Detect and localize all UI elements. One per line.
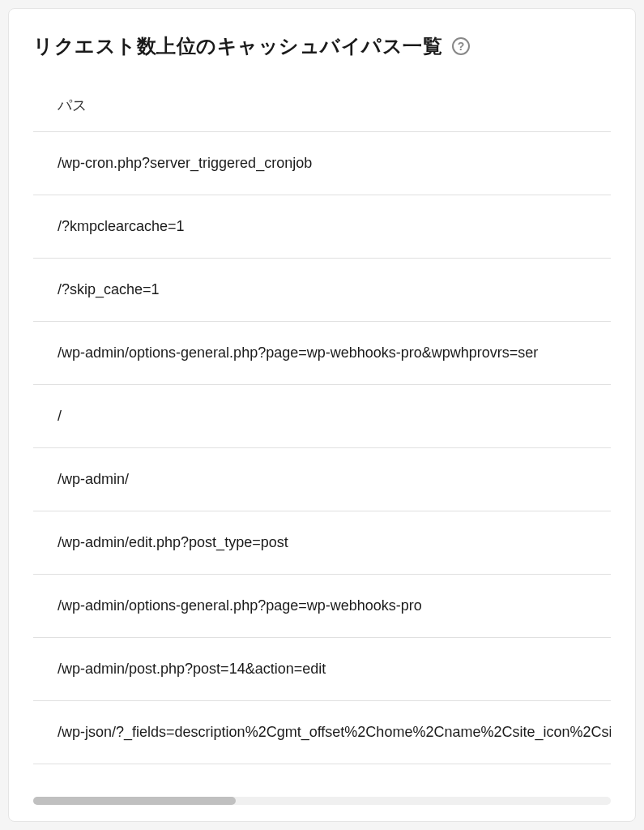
table-row: /wp-admin/edit.php?post_type=post (33, 511, 611, 575)
help-icon[interactable]: ? (452, 37, 470, 55)
table-row: /?skip_cache=1 (33, 259, 611, 322)
table-row: /?kmpclearcache=1 (33, 195, 611, 259)
scrollbar-thumb[interactable] (33, 797, 236, 805)
table-scroll-container[interactable]: パス /wp-cron.php?server_triggered_cronjob… (33, 79, 611, 785)
table-row: /wp-admin/ (33, 448, 611, 511)
table-row: /wp-admin/options-general.php?page=wp-we… (33, 575, 611, 638)
table-column-header-path: パス (33, 79, 611, 132)
table-inner: パス /wp-cron.php?server_triggered_cronjob… (33, 79, 611, 764)
table-row: /wp-json/?_fields=description%2Cgmt_offs… (33, 701, 611, 764)
table-row: /wp-cron.php?server_triggered_cronjob (33, 132, 611, 195)
table-row: / (33, 385, 611, 448)
card-title: リクエスト数上位のキャッシュバイパス一覧 (33, 33, 442, 59)
table-row: /wp-admin/options-general.php?page=wp-we… (33, 322, 611, 385)
card-header: リクエスト数上位のキャッシュバイパス一覧 ? (9, 33, 635, 79)
cache-bypass-card: リクエスト数上位のキャッシュバイパス一覧 ? パス /wp-cron.php?s… (8, 8, 636, 822)
table-row: /wp-admin/post.php?post=14&action=edit (33, 638, 611, 701)
horizontal-scrollbar[interactable] (33, 797, 611, 805)
